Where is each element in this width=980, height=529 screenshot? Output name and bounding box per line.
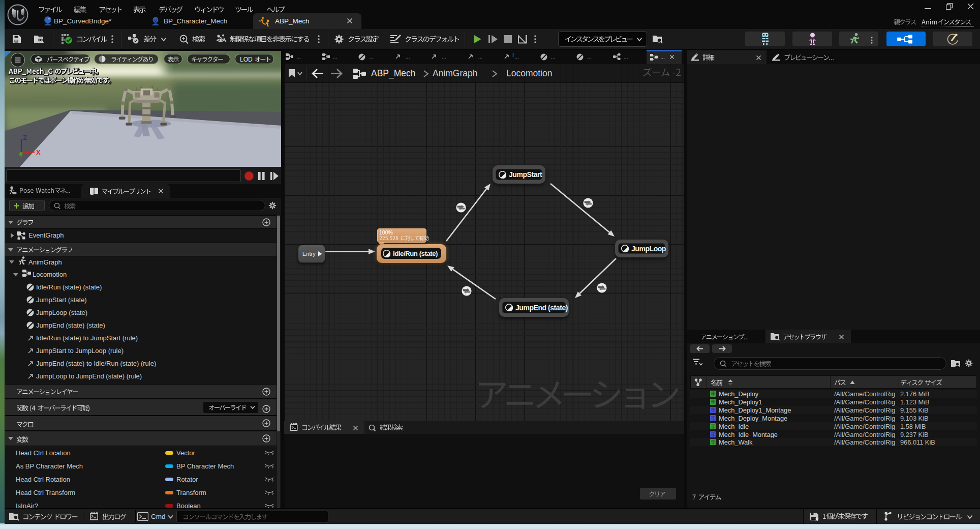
svg-text:Y: Y (19, 152, 23, 157)
svg-text:X: X (36, 149, 41, 156)
svg-text:Z: Z (23, 134, 27, 141)
